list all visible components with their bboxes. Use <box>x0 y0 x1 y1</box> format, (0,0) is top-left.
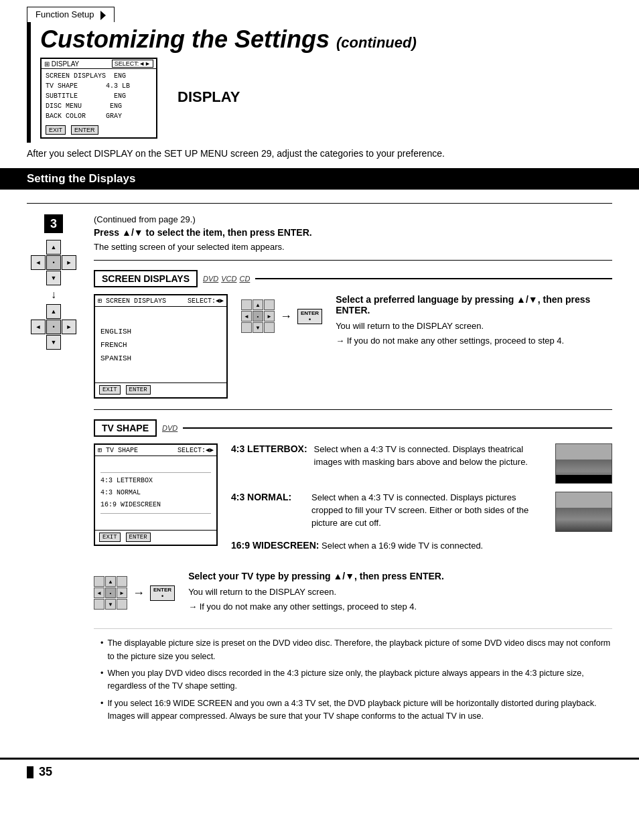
tv-shape-section: TV SHAPE DVD ⊞ TV SHAPE SELECT:◄► <box>94 409 612 615</box>
flow-arrow-icon: → <box>280 309 292 324</box>
enter-btn-tvshape[interactable]: ENTER <box>126 533 151 542</box>
breadcrumb: Function Setup <box>27 7 115 22</box>
description-text: After you select DISPLAY on the SET UP M… <box>0 143 639 164</box>
tv-shape-label: TV SHAPE <box>94 419 157 437</box>
thumbnail-normal <box>555 492 612 532</box>
section-header: Setting the Displays <box>0 168 639 190</box>
enter-btn-screen[interactable]: ENTER <box>126 385 151 395</box>
thumbnail-letterbox <box>555 443 612 484</box>
option-normal: 4:3 NORMAL: Select when a 4:3 TV is conn… <box>231 492 612 532</box>
dpad-right[interactable]: ► <box>62 255 76 270</box>
flow-container: ▲ ◄ • ► ▼ → ENTER <box>241 299 322 333</box>
dpad-control[interactable]: ▲ ◄ • ► ▼ <box>31 240 76 285</box>
screen-displays-label: SCREEN DISPLAYS <box>94 270 198 287</box>
exit-btn-diagram[interactable]: EXIT <box>46 125 66 135</box>
note-item-1: • The displayable picture size is preset… <box>100 637 612 663</box>
tv-shape-disc-tags: DVD <box>162 424 178 432</box>
widescreen-option: 16:9 WIDESCREEN: Select when a 16:9 wide… <box>231 540 612 551</box>
dpad-enter[interactable]: • <box>46 255 61 270</box>
dpad-flow-tv: ▲ ◄ • ► ▼ <box>94 576 127 610</box>
exit-btn-tvshape[interactable]: EXIT <box>99 533 121 542</box>
dpad-control-2[interactable]: ▲ ◄ • ► ▼ <box>31 304 76 350</box>
dpad-up[interactable]: ▲ <box>46 240 61 255</box>
enter-btn-diagram[interactable]: ENTER <box>71 125 98 135</box>
dpad2-down[interactable]: ▼ <box>46 335 61 350</box>
select-tv-row: ▲ ◄ • ► ▼ → ENTER <box>94 564 612 615</box>
page-number: 35 <box>39 765 52 779</box>
display-section-label: DISPLAY <box>178 88 240 106</box>
dpad-down[interactable]: ▼ <box>46 271 61 285</box>
step-sub-text: The setting screen of your selected item… <box>94 242 612 252</box>
page-number-bar: 35 <box>0 758 639 784</box>
screen-displays-section: SCREEN DISPLAYS DVD VCD CD ⊞ SCREEN DIS <box>94 260 612 399</box>
exit-btn-screen[interactable]: EXIT <box>99 385 121 395</box>
dpad-flow: ▲ ◄ • ► ▼ <box>241 299 275 333</box>
screen-displays-box: ⊞ SCREEN DISPLAYS SELECT:◄► ENGLISH FREN… <box>94 294 228 399</box>
note-item-3: • If you select 16:9 WIDE SCREEN and you… <box>100 697 612 723</box>
enter-flow-tv-btn[interactable]: ENTER • <box>150 585 175 601</box>
step-main-instruction: Press ▲/▼ to select the item, then press… <box>94 227 612 238</box>
page-num-icon <box>27 766 33 778</box>
select-tv-description: Select your TV type by pressing ▲/▼, the… <box>188 571 612 612</box>
tv-shape-box: ⊞ TV SHAPE SELECT:◄► 4:3 LETTERBOX 4:3 N… <box>94 443 218 546</box>
enter-flow-btn[interactable]: ENTER • <box>297 309 322 324</box>
flow-container-tv: ▲ ◄ • ► ▼ → ENTER <box>94 576 175 610</box>
note-item-2: • When you play DVD video discs recorded… <box>100 667 612 693</box>
disc-tags: DVD VCD CD <box>203 275 250 283</box>
step-number: 3 <box>44 214 63 233</box>
screen-displays-description: Select a preferred language by pressing … <box>336 294 612 346</box>
dpad2-left[interactable]: ◄ <box>31 320 46 334</box>
dpad2-enter[interactable]: • <box>46 320 61 334</box>
page-title: Customizing the Settings (continued) <box>40 25 417 53</box>
flow-arrow-tv-icon: → <box>133 586 145 600</box>
display-diagram: ⊞ DISPLAY SELECT:◄► SCREEN DISPLAYS ENG … <box>40 58 157 139</box>
dpad2-up[interactable]: ▲ <box>46 304 61 319</box>
notes-section: • The displayable picture size is preset… <box>94 628 612 723</box>
dpad2-right[interactable]: ► <box>62 320 76 334</box>
arrow-down-icon: ↓ <box>51 289 56 300</box>
option-letterbox: 4:3 LETTERBOX: Select when a 4:3 TV is c… <box>231 443 612 484</box>
step-continued: (Continued from page 29.) <box>94 214 612 224</box>
dpad-left[interactable]: ◄ <box>31 255 46 270</box>
